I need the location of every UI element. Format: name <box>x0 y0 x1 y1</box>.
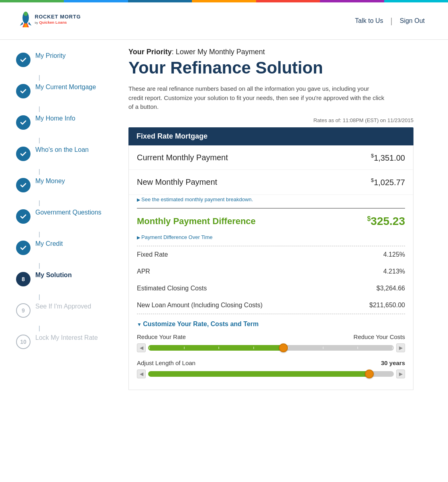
rate-slider-track[interactable] <box>148 345 394 351</box>
breakdown-link[interactable]: See the estimated monthly payment breakd… <box>129 195 413 208</box>
step-connector-5 <box>39 200 40 206</box>
sidebar-label-lock-interest-rate: Lock My Interest Rate <box>35 334 98 342</box>
step-icon-7 <box>16 241 31 255</box>
header: ROCKET MORTGAGE by Quicken Loans Talk to… <box>0 2 448 40</box>
tick-2 <box>184 347 185 349</box>
step-num-9: 9 <box>22 307 25 314</box>
sign-out-link[interactable]: Sign Out <box>393 17 432 25</box>
loan-slider-track[interactable] <box>148 371 394 377</box>
loan-slider-container: ◀ ▶ <box>137 370 405 378</box>
sidebar-item-see-if-approved[interactable]: 9 See If I'm Approved <box>16 302 112 318</box>
logo-image: ROCKET MORTGAGE by Quicken Loans <box>16 9 80 33</box>
reduce-costs-label: Reduce Your Costs <box>354 333 405 340</box>
detail-row-apr: APR 4.213% <box>129 263 413 280</box>
step-icon-6 <box>16 209 31 224</box>
sidebar-label-government-questions: Government Questions <box>35 208 102 217</box>
svg-text:Quicken Loans: Quicken Loans <box>39 20 67 25</box>
customize-title[interactable]: Customize Your Rate, Costs and Term <box>137 321 405 328</box>
closing-costs-label: Estimated Closing Costs <box>137 285 207 292</box>
step-num-8: 8 <box>22 276 25 282</box>
sidebar-item-my-money[interactable]: My Money <box>16 177 112 192</box>
logo-area: ROCKET MORTGAGE by Quicken Loans <box>16 9 80 33</box>
rate-slider-thumb[interactable] <box>279 343 288 352</box>
step-connector-6 <box>39 232 40 237</box>
current-payment-row: Current Monthly Payment $1,351.00 <box>129 145 413 170</box>
mortgage-body: Current Monthly Payment $1,351.00 New Mo… <box>128 145 413 390</box>
content-area: Your Priority: Lower My Monthly Payment … <box>120 48 434 406</box>
sidebar-item-government-questions[interactable]: Government Questions <box>16 208 112 224</box>
loan-length-slider-section: Adjust Length of Loan 30 years ◀ ▶ <box>137 359 405 378</box>
rate-cost-slider-section: Reduce Your Rate Reduce Your Costs ◀ <box>137 333 405 352</box>
sidebar-label-my-current-mortgage: My Current Mortgage <box>35 83 96 92</box>
closing-costs-value: $3,264.66 <box>377 285 405 292</box>
step-icon-4 <box>16 147 31 161</box>
adjust-loan-value: 30 years <box>381 359 405 366</box>
rate-slider-left-arrow[interactable]: ◀ <box>137 343 146 352</box>
step-connector-8 <box>39 294 40 300</box>
step-connector-9 <box>39 326 40 331</box>
new-payment-value: $1,025.77 <box>371 177 405 187</box>
priority-label: Your Priority: Lower My Monthly Payment <box>128 48 413 56</box>
sidebar-item-my-priority[interactable]: My Priority <box>16 52 112 67</box>
tick-8 <box>392 347 393 349</box>
mortgage-header: Fixed Rate Mortgage <box>128 127 413 145</box>
solution-title: Your Refinance Solution <box>128 59 413 77</box>
apr-value: 4.213% <box>383 268 405 275</box>
loan-slider-left-arrow[interactable]: ◀ <box>137 370 146 378</box>
payment-diff-over-time-link[interactable]: Payment Difference Over Time <box>129 234 413 246</box>
sidebar-item-my-credit[interactable]: My Credit <box>16 240 112 255</box>
tick-3 <box>218 347 219 349</box>
sidebar-label-my-priority: My Priority <box>35 52 66 60</box>
svg-marker-5 <box>28 22 31 26</box>
reduce-rate-label: Reduce Your Rate <box>137 333 186 340</box>
talk-to-us-link[interactable]: Talk to Us <box>348 17 390 25</box>
rate-cost-labels: Reduce Your Rate Reduce Your Costs <box>137 333 405 340</box>
svg-point-3 <box>24 12 28 16</box>
loan-amount-label: New Loan Amount (Including Closing Costs… <box>137 302 263 309</box>
svg-text:ROCKET MORTGAGE: ROCKET MORTGAGE <box>35 14 80 20</box>
adjust-loan-label: Adjust Length of Loan <box>137 359 195 366</box>
priority-value: Lower My Monthly Payment <box>176 48 265 56</box>
tick-4 <box>253 347 254 349</box>
mortgage-box: Fixed Rate Mortgage Current Monthly Paym… <box>128 127 413 390</box>
new-payment-label: New Monthly Payment <box>137 178 217 187</box>
difference-row: Monthly Payment Difference $325.23 <box>129 208 413 234</box>
sidebar-label-see-if-approved: See If I'm Approved <box>35 302 91 311</box>
tick-container <box>148 347 394 349</box>
loan-slider-thumb[interactable] <box>365 370 374 378</box>
sidebar-item-my-home-info[interactable]: My Home Info <box>16 114 112 130</box>
header-nav: Talk to Us | Sign Out <box>348 16 432 26</box>
step-connector-7 <box>39 263 40 269</box>
tick-6 <box>323 347 324 349</box>
step-num-10: 10 <box>20 339 26 345</box>
step-icon-10: 10 <box>16 335 31 349</box>
current-payment-value: $1,351.00 <box>371 153 405 163</box>
svg-marker-4 <box>20 22 23 26</box>
difference-value: $325.23 <box>367 215 405 228</box>
sidebar-item-lock-interest-rate[interactable]: 10 Lock My Interest Rate <box>16 334 112 349</box>
tick-1 <box>149 347 150 349</box>
sidebar-label-my-home-info: My Home Info <box>35 114 75 123</box>
step-icon-5 <box>16 178 31 192</box>
step-connector-3 <box>39 138 40 143</box>
step-icon-8: 8 <box>16 272 31 286</box>
step-connector-4 <box>39 169 40 175</box>
priority-prefix: Your Priority <box>128 48 172 56</box>
sidebar-item-my-current-mortgage[interactable]: My Current Mortgage <box>16 83 112 98</box>
detail-row-closing-costs: Estimated Closing Costs $3,264.66 <box>129 280 413 297</box>
fixed-rate-label: Fixed Rate <box>137 251 168 258</box>
difference-label: Monthly Payment Difference <box>137 216 256 227</box>
sidebar-item-my-solution[interactable]: 8 My Solution <box>16 271 112 286</box>
loan-amount-value: $211,650.00 <box>369 302 405 309</box>
tick-5 <box>288 347 289 349</box>
loan-slider-right-arrow[interactable]: ▶ <box>396 370 405 378</box>
new-payment-row: New Monthly Payment $1,025.77 <box>129 170 413 195</box>
detail-row-loan-amount: New Loan Amount (Including Closing Costs… <box>129 297 413 314</box>
sidebar-label-my-credit: My Credit <box>35 240 63 248</box>
rate-slider-right-arrow[interactable]: ▶ <box>396 343 405 352</box>
sidebar-label-my-solution: My Solution <box>35 271 72 280</box>
detail-row-fixed-rate: Fixed Rate 4.125% <box>129 246 413 263</box>
adjust-row: Adjust Length of Loan 30 years <box>137 359 405 366</box>
sidebar-item-whos-on-loan[interactable]: Who's on the Loan <box>16 146 112 161</box>
tick-7 <box>357 347 358 349</box>
